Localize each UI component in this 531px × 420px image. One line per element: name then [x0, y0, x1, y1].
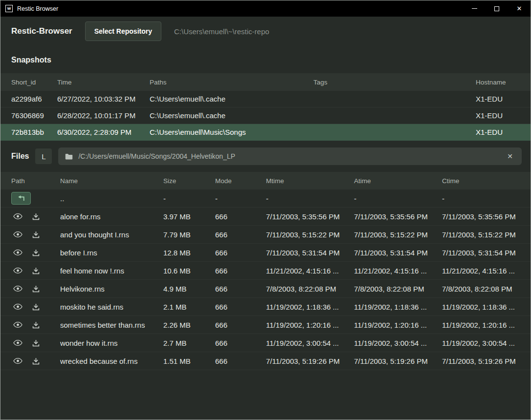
snapshots-col-short-id: Short_id: [11, 79, 57, 86]
repository-path: C:\Users\emuell\~\restic-repo: [174, 27, 269, 36]
download-file-button[interactable]: [30, 266, 42, 275]
eye-icon: [13, 213, 22, 220]
snapshot-paths: C:\Users\emuell\Music\Songs: [150, 128, 313, 136]
eye-icon: [13, 249, 22, 256]
app-title: Restic-Browser: [11, 26, 72, 36]
preview-file-button[interactable]: [11, 212, 24, 221]
file-row[interactable]: and you thought I.rns 7.79 MB 666 7/11/2…: [0, 226, 531, 244]
download-file-button[interactable]: [30, 230, 42, 239]
eye-icon: [13, 285, 22, 292]
snapshots-col-tags: Tags: [313, 79, 476, 86]
download-file-button[interactable]: [30, 338, 42, 348]
preview-file-button[interactable]: [11, 302, 24, 311]
path-input[interactable]: /C:/Users/emuell/Music/Songs/2004_Helvet…: [58, 147, 522, 165]
file-mode: 666: [215, 321, 266, 329]
preview-file-button[interactable]: [11, 338, 24, 347]
download-file-button[interactable]: [30, 284, 42, 294]
file-ctime: 11/19/2002, 1:18:36 ...: [442, 303, 520, 311]
file-atime: 11/21/2002, 4:15:16 ...: [354, 267, 442, 275]
file-ctime: 7/8/2003, 8:22:08 PM: [442, 285, 520, 293]
maximize-button[interactable]: [486, 0, 508, 17]
snapshot-row[interactable]: a2299af6 6/27/2022, 10:03:32 PM C:\Users…: [0, 91, 531, 107]
file-size: 2.26 MB: [163, 321, 215, 329]
file-atime: 7/8/2003, 8:22:08 PM: [354, 285, 442, 293]
file-mtime: 7/11/2003, 5:35:56 PM: [266, 212, 354, 221]
file-row-actions: [11, 338, 60, 348]
download-icon: [32, 285, 40, 293]
snapshot-short-id: 72b813bb: [11, 128, 57, 136]
close-button[interactable]: ✕: [508, 0, 531, 17]
file-mode: 666: [215, 212, 266, 221]
close-icon: ✕: [517, 5, 522, 12]
download-file-button[interactable]: [30, 320, 42, 330]
snapshot-row[interactable]: 76306869 6/28/2022, 10:01:17 PM C:\Users…: [0, 107, 531, 124]
titlebar-left: W Restic Browser: [0, 5, 58, 12]
snapshot-hostname: X1-EDU: [476, 128, 520, 136]
download-icon: [32, 303, 40, 311]
file-row[interactable]: before I.rns 12.8 MB 666 7/11/2003, 5:31…: [0, 244, 531, 262]
file-row[interactable]: alone for.rns 3.97 MB 666 7/11/2003, 5:3…: [0, 208, 531, 226]
download-file-button[interactable]: [30, 357, 42, 366]
file-mode: 666: [215, 285, 266, 293]
files-col-mtime: Mtime: [266, 177, 354, 185]
files-col-size: Size: [163, 177, 215, 185]
file-atime: 7/11/2003, 5:35:56 PM: [354, 212, 442, 221]
file-atime: -: [354, 194, 442, 203]
snapshots-section-title: Snapshots: [11, 56, 520, 64]
clear-path-button[interactable]: ✕: [505, 151, 515, 161]
eye-icon: [13, 267, 22, 274]
parent-directory-row[interactable]: .. - - - - -: [0, 189, 531, 208]
preview-file-button[interactable]: [11, 284, 24, 293]
file-row[interactable]: moskito he said.rns 2.1 MB 666 11/19/200…: [0, 298, 531, 316]
download-file-button[interactable]: [30, 212, 42, 221]
file-mode: 666: [215, 357, 266, 365]
file-name: alone for.rns: [60, 212, 163, 221]
file-row[interactable]: feel home now !.rns 10.6 MB 666 11/21/20…: [0, 262, 531, 280]
preview-file-button[interactable]: [11, 357, 24, 365]
snapshot-row[interactable]: 72b813bb 6/30/2022, 2:28:09 PM C:\Users\…: [0, 124, 531, 141]
download-icon: [32, 213, 40, 220]
snapshots-table-body: a2299af6 6/27/2022, 10:03:32 PM C:\Users…: [0, 91, 531, 141]
current-path: /C:/Users/emuell/Music/Songs/2004_Helvet…: [78, 152, 500, 160]
download-icon: [32, 267, 40, 274]
download-file-button[interactable]: [30, 248, 42, 257]
preview-file-button[interactable]: [11, 320, 24, 329]
app-logo-icon: W: [5, 5, 13, 12]
files-header-row: Path Name Size Mode Mtime Atime Ctime: [0, 172, 531, 189]
tree-toggle-button[interactable]: L: [35, 148, 52, 164]
files-col-name: Name: [60, 177, 163, 185]
file-ctime: 11/19/2002, 3:00:54 ...: [442, 339, 520, 347]
preview-file-button[interactable]: [11, 248, 24, 257]
files-table-body: alone for.rns 3.97 MB 666 7/11/2003, 5:3…: [0, 208, 531, 370]
file-size: 12.8 MB: [163, 249, 215, 257]
file-size: 1.51 MB: [163, 357, 215, 365]
file-mode: 666: [215, 303, 266, 311]
file-mtime: 7/11/2003, 5:31:54 PM: [266, 249, 354, 257]
file-row[interactable]: Helvikone.rns 4.9 MB 666 7/8/2003, 8:22:…: [0, 280, 531, 298]
snapshots-col-time: Time: [57, 79, 150, 86]
preview-file-button[interactable]: [11, 230, 24, 239]
file-size: 3.97 MB: [163, 212, 215, 221]
file-ctime: 11/19/2002, 1:20:16 ...: [442, 321, 520, 329]
minimize-button[interactable]: [463, 0, 486, 17]
file-row-actions: [11, 302, 60, 312]
select-repository-button[interactable]: Select Repository: [85, 21, 161, 41]
file-mtime: 11/19/2002, 1:20:16 ...: [266, 321, 354, 329]
file-size: 2.7 MB: [163, 339, 215, 347]
snapshot-paths: C:\Users\emuell\.cache: [150, 111, 313, 120]
preview-file-button[interactable]: [11, 266, 24, 275]
go-up-button[interactable]: [11, 192, 31, 205]
eye-icon: [13, 303, 22, 310]
file-mtime: -: [266, 194, 354, 203]
file-name: wonder how it.rns: [60, 339, 163, 347]
file-row[interactable]: wonder how it.rns 2.7 MB 666 11/19/2002,…: [0, 334, 531, 352]
file-ctime: 7/11/2003, 5:19:26 PM: [442, 357, 520, 365]
file-mtime: 7/11/2003, 5:19:26 PM: [266, 357, 354, 365]
download-file-button[interactable]: [30, 302, 42, 312]
file-row-actions: [11, 357, 60, 366]
file-name: sometimes better than.rns: [60, 321, 163, 329]
file-size: 4.9 MB: [163, 285, 215, 293]
file-atime: 11/19/2002, 1:20:16 ...: [354, 321, 442, 329]
file-row[interactable]: sometimes better than.rns 2.26 MB 666 11…: [0, 316, 531, 334]
file-row[interactable]: wrecked because of.rns 1.51 MB 666 7/11/…: [0, 352, 531, 370]
